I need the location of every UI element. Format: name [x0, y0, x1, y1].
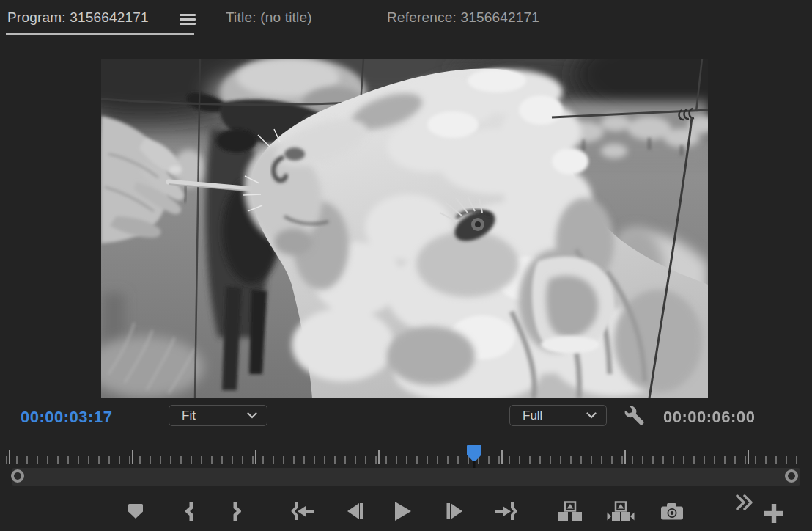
lift-button[interactable]	[556, 497, 585, 526]
settings-button[interactable]	[619, 404, 649, 431]
go-to-in-icon	[288, 497, 317, 526]
duration-timecode: 00:00:06:00	[663, 408, 755, 427]
chevron-down-icon	[586, 412, 597, 419]
extract-button[interactable]	[606, 497, 635, 526]
marker-icon	[128, 504, 143, 519]
play-button[interactable]	[386, 497, 416, 526]
playhead-marker[interactable]	[465, 444, 483, 469]
export-frame-button[interactable]	[657, 497, 687, 526]
add-button[interactable]	[761, 501, 786, 526]
zoom-level-select[interactable]: Fit	[169, 405, 267, 426]
scrollbar-right-handle[interactable]	[785, 469, 798, 483]
reference-label: Reference: 3156642171	[387, 10, 539, 26]
zoom-level-value: Fit	[182, 409, 196, 423]
lift-icon	[556, 497, 585, 526]
mark-out-button[interactable]	[222, 497, 251, 526]
add-marker-button[interactable]	[121, 497, 150, 526]
wrench-icon	[621, 404, 647, 429]
button-editor-button[interactable]	[734, 492, 755, 513]
step-back-icon	[339, 497, 369, 526]
panel-menu-icon[interactable]	[180, 14, 196, 26]
go-to-out-button[interactable]	[491, 497, 520, 526]
program-monitor-tab[interactable]: Program: 3156642171	[7, 10, 149, 26]
clip-title-label: Title: (no title)	[226, 10, 312, 26]
go-to-in-button[interactable]	[288, 497, 317, 526]
current-timecode[interactable]: 00:00:03:17	[21, 408, 112, 427]
play-icon	[395, 502, 411, 521]
mark-out-icon	[235, 502, 240, 521]
time-ruler[interactable]	[0, 448, 812, 465]
double-chevron-right-icon	[734, 492, 755, 513]
zoom-scrollbar[interactable]	[12, 468, 800, 486]
step-back-button[interactable]	[339, 497, 369, 526]
go-to-out-icon	[491, 497, 520, 526]
step-forward-button[interactable]	[441, 497, 470, 526]
extract-icon	[606, 497, 635, 526]
active-tab-underline	[6, 33, 194, 35]
video-frame	[101, 59, 708, 398]
ruler-minor-ticks	[6, 456, 806, 464]
step-forward-icon	[441, 497, 470, 526]
scrollbar-left-handle[interactable]	[11, 469, 24, 483]
playback-resolution-value: Full	[523, 409, 542, 423]
camera-icon	[657, 497, 687, 526]
mark-in-button[interactable]	[175, 497, 204, 526]
mark-in-icon	[188, 502, 192, 521]
program-monitor-panel: { "header": { "program_tab": "Program: 3…	[0, 0, 812, 531]
plus-icon	[761, 501, 786, 526]
playback-resolution-select[interactable]: Full	[509, 405, 607, 426]
chevron-down-icon	[247, 412, 257, 419]
